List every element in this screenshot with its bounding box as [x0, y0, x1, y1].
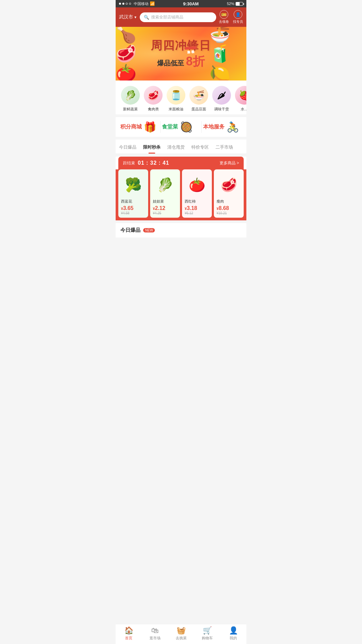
product-price-beef: ¥8.68: [217, 205, 229, 211]
signal-dot-4: [129, 3, 131, 5]
banner-food-right: 🍜🧃🍋: [209, 27, 246, 80]
flash-timer: 距结束 01 : 32 : 41: [123, 160, 169, 166]
product-original-cabbage: ¥4.25: [153, 211, 161, 215]
banner-title: 周四冲锋日: [151, 38, 211, 53]
fruit-icon: 🍓: [235, 86, 246, 105]
promo-points-label: 积分商城: [120, 123, 142, 130]
meat-label: 禽肉类: [148, 107, 159, 112]
product-name-broccoli: 西蓝花: [121, 199, 132, 204]
header-icons: 🎫 去领卷 👤 找专员: [219, 10, 243, 24]
fruit-label: 水…: [241, 107, 246, 112]
promo-canteen-icon: 🥘: [180, 121, 192, 133]
signal-dot-1: [119, 3, 121, 5]
banner-content: 低价不套路 周四冲锋日 爆品低至 8折: [151, 38, 211, 70]
expert-button[interactable]: 👤 找专员: [233, 10, 243, 24]
tab-second[interactable]: 二手市场: [212, 144, 236, 151]
battery-icon: [236, 2, 243, 6]
veg-label: 新鲜蔬菜: [123, 107, 138, 112]
product-card-broccoli[interactable]: 🥦 西蓝花 ¥3.65 ¥4.58: [118, 169, 148, 218]
category-section: 🥬 新鲜蔬菜 🥩 禽肉类 🫙 米面粮油 🍜 蛋品豆面 🌶 调味干货 🍓 水…: [116, 80, 246, 114]
tab-special[interactable]: 特价专区: [188, 144, 212, 151]
product-image-broccoli: 🥦: [121, 173, 145, 197]
product-card-cabbage[interactable]: 🥬 娃娃菜 ¥2.12 ¥4.25: [150, 169, 180, 218]
status-left: 中国移动 📶: [119, 1, 155, 6]
signal-dot-3: [126, 3, 128, 5]
new-badge: NEW: [143, 228, 155, 232]
product-name-cabbage: 娃娃菜: [153, 199, 164, 204]
promotional-banner[interactable]: 🍗🥩🍅 低价不套路 周四冲锋日 爆品低至 8折 🍜🧃🍋: [116, 27, 246, 80]
promo-points[interactable]: 积分商城 🎁: [119, 121, 161, 133]
time-display: 9:30AM: [183, 1, 198, 6]
status-right: 52%: [227, 2, 243, 6]
search-bar[interactable]: 🔍 搜索全部店铺商品: [140, 12, 216, 22]
product-original-tomato: ¥6.12: [185, 211, 193, 215]
egg-label: 蛋品豆面: [191, 107, 206, 112]
product-name-beef: 瘦肉: [217, 199, 224, 204]
grain-icon: 🫙: [167, 86, 185, 105]
product-price-cabbage: ¥2.12: [153, 205, 165, 211]
tab-flash[interactable]: 限时秒杀: [140, 144, 164, 151]
meat-icon: 🥩: [144, 86, 163, 105]
product-card-beef[interactable]: 🥩 瘦肉 ¥8.68 ¥10.21: [214, 169, 244, 218]
category-item-veg[interactable]: 🥬 新鲜蔬菜: [119, 86, 142, 112]
city-label: 武汉市: [119, 14, 133, 20]
expert-icon: 👤: [234, 10, 242, 19]
promo-local-icon: 🚴: [227, 121, 239, 133]
timer-digits: 01 : 32 : 41: [138, 160, 169, 166]
signal-dot-2: [122, 3, 124, 5]
product-image-beef: 🥩: [217, 173, 241, 197]
egg-icon: 🍜: [189, 86, 208, 105]
products-grid: 🥦 西蓝花 ¥3.65 ¥4.58 🥬 娃娃菜 ¥2.12 ¥4.25 🍅 西红…: [116, 169, 246, 220]
promo-points-icon: 🎁: [144, 121, 156, 133]
banner-food-left: 🍗🥩🍅: [116, 27, 153, 80]
promo-local[interactable]: 本地服务 🚴: [202, 121, 243, 133]
product-price-broccoli: ¥3.65: [121, 205, 133, 211]
location-selector[interactable]: 武汉市 ▼: [119, 14, 137, 20]
carrier-label: 中国移动: [134, 1, 148, 6]
banner-highlight: 8折: [186, 54, 205, 68]
category-item-egg[interactable]: 🍜 蛋品豆面: [187, 86, 210, 112]
grain-label: 米面粮油: [169, 107, 183, 112]
promo-section: 积分商城 🎁 食堂菜 🥘 本地服务 🚴: [116, 117, 246, 137]
wifi-icon: 📶: [150, 1, 155, 6]
spice-icon: 🌶: [212, 86, 231, 105]
product-original-beef: ¥10.21: [217, 211, 227, 215]
flash-sale-header: 距结束 01 : 32 : 41 更多商品 >: [118, 157, 244, 169]
search-icon: 🔍: [144, 15, 149, 20]
timer-label: 距结束: [123, 160, 135, 166]
spice-label: 调味干货: [214, 107, 229, 112]
chevron-down-icon: ▼: [134, 15, 137, 19]
flash-sale-section: 距结束 01 : 32 : 41 更多商品 > 🥦 西蓝花 ¥3.65 ¥4.5…: [116, 157, 246, 220]
product-card-tomato[interactable]: 🍅 西红柿 ¥3.18 ¥6.12: [182, 169, 212, 218]
product-original-broccoli: ¥4.58: [121, 211, 129, 215]
tab-daily[interactable]: 今日爆品: [116, 144, 140, 151]
tab-clear[interactable]: 清仓甩货: [164, 144, 188, 151]
expert-label: 找专员: [233, 19, 243, 24]
section-preview: 今日爆品 NEW: [116, 223, 246, 237]
product-price-tomato: ¥3.18: [185, 205, 197, 211]
banner-subtitle: 爆品低至 8折: [151, 53, 211, 70]
category-item-meat[interactable]: 🥩 禽肉类: [142, 86, 165, 112]
status-bar: 中国移动 📶 9:30AM 52%: [116, 0, 246, 7]
section-preview-title: 今日爆品: [120, 227, 140, 233]
coupon-button[interactable]: 🎫 去领卷: [219, 10, 229, 24]
battery-fill: [236, 2, 240, 5]
search-placeholder: 搜索全部店铺商品: [151, 14, 183, 20]
battery-percent: 52%: [227, 2, 234, 6]
category-tabs: 今日爆品 限时秒杀 清仓甩货 特价专区 二手市场: [116, 140, 246, 154]
veg-icon: 🥬: [121, 86, 140, 105]
coupon-icon: 🎫: [220, 10, 228, 19]
promo-canteen[interactable]: 食堂菜 🥘: [161, 121, 202, 133]
header: 武汉市 ▼ 🔍 搜索全部店铺商品 🎫 去领卷 👤 找专员: [116, 7, 246, 27]
product-image-cabbage: 🥬: [153, 173, 177, 197]
category-item-spice[interactable]: 🌶 调味干货: [210, 86, 233, 112]
promo-local-label: 本地服务: [203, 123, 225, 130]
product-name-tomato: 西红柿: [185, 199, 196, 204]
promo-canteen-label: 食堂菜: [162, 123, 178, 130]
more-products-link[interactable]: 更多商品 >: [220, 160, 239, 166]
category-item-fruit[interactable]: 🍓 水…: [233, 86, 246, 112]
product-image-tomato: 🍅: [185, 173, 209, 197]
coupon-label: 去领卷: [219, 19, 229, 24]
category-item-grain[interactable]: 🫙 米面粮油: [165, 86, 187, 112]
